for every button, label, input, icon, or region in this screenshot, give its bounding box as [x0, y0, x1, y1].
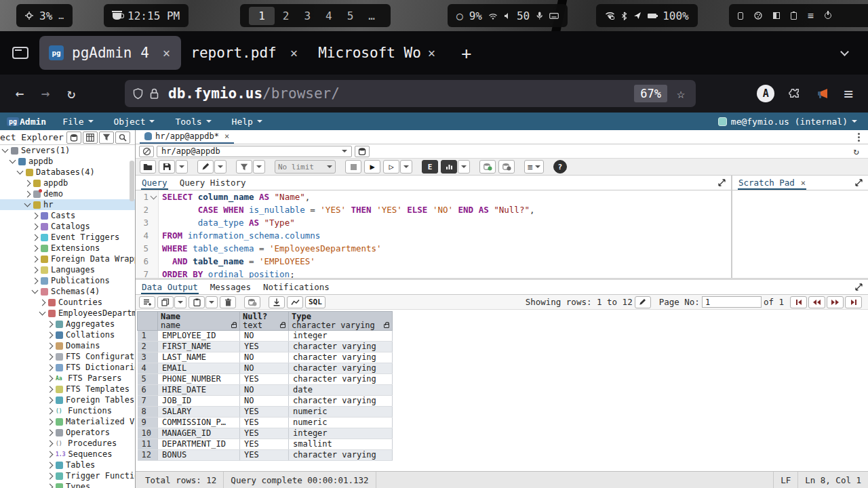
more-options-icon[interactable] [858, 136, 860, 138]
chevron-right-icon[interactable] [32, 212, 39, 219]
chevron-right-icon[interactable] [32, 266, 39, 273]
save-file-button[interactable] [159, 160, 175, 174]
tab-messages[interactable]: Messages [210, 280, 252, 294]
previous-page-button[interactable] [808, 296, 825, 308]
column-header-null[interactable]: Null?text [240, 312, 289, 331]
shield-icon[interactable] [133, 88, 143, 100]
tree-item-schemas-4-[interactable]: Schemas(4) [0, 286, 135, 297]
chevron-right-icon[interactable] [32, 256, 39, 262]
cell[interactable]: integer [289, 331, 393, 342]
tree-item-hr[interactable]: hr [0, 199, 135, 210]
tree-item-sequences[interactable]: 1.3Sequences [0, 449, 135, 460]
copy-options-caret[interactable] [174, 296, 186, 308]
eol-indicator[interactable]: LF [773, 472, 797, 488]
tree-item-aggregates[interactable]: Aggregates [0, 319, 135, 329]
list-tabs-chevron-icon[interactable] [840, 47, 849, 56]
workspace-button[interactable]: 4 [319, 8, 339, 24]
tab-data-output[interactable]: Data Output [141, 280, 199, 294]
tab-query[interactable]: Query [141, 176, 168, 190]
cell[interactable]: NO [240, 352, 289, 363]
cell[interactable]: integer [289, 428, 393, 439]
tab-notifications[interactable]: Notifications [262, 280, 330, 294]
chevron-right-icon[interactable] [47, 342, 54, 349]
execute-options-caret[interactable] [400, 160, 412, 174]
chevron-right-icon[interactable] [47, 386, 54, 392]
chevron-right-icon[interactable] [47, 462, 54, 468]
tree-item-trigger-functions[interactable]: Trigger Functions [0, 470, 135, 481]
cell[interactable]: NO [240, 396, 289, 407]
connection-select[interactable]: hr/app@appdb [157, 146, 352, 157]
filter-button[interactable] [236, 160, 252, 174]
menu-object[interactable]: Object [114, 117, 155, 127]
account-menu[interactable]: me@fymio.us (internal) [718, 117, 857, 127]
tree-item-catalogs[interactable]: Catalogs [0, 221, 135, 232]
chevron-right-icon[interactable] [47, 375, 54, 382]
screenshot-icon[interactable] [773, 12, 780, 19]
limit-select[interactable]: No limit [275, 160, 336, 174]
cell[interactable]: YES [240, 450, 289, 461]
chevron-right-icon[interactable] [32, 277, 39, 284]
menu-help[interactable]: Help [232, 117, 262, 127]
reload-button[interactable]: ↻ [58, 85, 84, 102]
column-header-type[interactable]: Typecharacter varying [289, 312, 393, 331]
row-number[interactable]: 12 [138, 450, 158, 461]
cell[interactable]: FIRST_NAME [158, 342, 240, 352]
back-button[interactable]: ← [7, 85, 33, 102]
page-number-input[interactable] [702, 296, 762, 308]
chevron-right-icon[interactable] [47, 321, 54, 327]
tree-item-foreign-tables[interactable]: Foreign Tables [0, 394, 135, 405]
row-number[interactable]: 8 [138, 407, 158, 418]
menu-tools[interactable]: Tools [175, 117, 211, 127]
cell[interactable]: LAST_NAME [158, 352, 240, 363]
explain-options-caret[interactable] [458, 160, 470, 174]
chevron-right-icon[interactable] [47, 364, 54, 371]
cell[interactable]: NO [240, 385, 289, 396]
query-tool-button[interactable] [66, 131, 81, 144]
execute-button[interactable]: ▶ [364, 160, 380, 174]
filter-button[interactable] [99, 131, 114, 144]
tree-item-tables[interactable]: Tables [0, 460, 135, 470]
row-number[interactable]: 2 [138, 342, 158, 352]
row-number[interactable]: 5 [138, 374, 158, 385]
cell[interactable]: NO [240, 363, 289, 374]
tree-item-fts-dictionaries[interactable]: FTS Dictionaries [0, 362, 135, 373]
scratch-pad-body[interactable] [732, 190, 868, 278]
megaphone-extension-icon[interactable] [815, 87, 830, 100]
copy-button[interactable] [157, 296, 174, 308]
tree-item-demo[interactable]: demo [0, 188, 135, 199]
cell[interactable]: YES [240, 407, 289, 418]
tree-item-event-triggers[interactable]: Event Triggers [0, 232, 135, 243]
new-tab-button[interactable]: + [456, 43, 477, 63]
tree-item-collations[interactable]: Collations [0, 329, 135, 340]
chevron-right-icon[interactable] [47, 331, 54, 338]
tree-item-servers-1-[interactable]: Servers(1) [0, 145, 135, 156]
tree-item-publications[interactable]: Publications [0, 275, 135, 286]
save-data-changes-button[interactable] [244, 296, 260, 308]
tab-scratch-pad[interactable]: Scratch Pad × [738, 176, 806, 190]
cell[interactable]: YES [240, 418, 289, 428]
firefox-view-icon[interactable] [12, 47, 28, 59]
edit-options-caret[interactable] [214, 160, 226, 174]
chevron-right-icon[interactable] [47, 440, 54, 447]
palette-icon[interactable] [754, 12, 762, 20]
cell[interactable]: numeric [289, 418, 393, 428]
chevron-right-icon[interactable] [24, 190, 31, 197]
tree-item-countries[interactable]: Countries [0, 297, 135, 308]
row-number[interactable]: 10 [138, 428, 158, 439]
chevron-right-icon[interactable] [47, 483, 54, 488]
chevron-down-icon[interactable] [9, 157, 16, 164]
workspace-button[interactable]: 5 [340, 8, 361, 24]
chevron-right-icon[interactable] [47, 407, 54, 414]
cell[interactable]: YES [240, 342, 289, 352]
row-number[interactable]: 4 [138, 363, 158, 374]
close-tab-icon[interactable]: × [289, 45, 299, 60]
next-page-button[interactable] [827, 296, 844, 308]
cell[interactable]: PHONE_NUMBER [158, 374, 240, 385]
forward-button[interactable]: → [33, 85, 58, 102]
refresh-icon[interactable]: ↻ [854, 146, 859, 157]
cell[interactable]: BONUS [158, 450, 240, 461]
edit-range-button[interactable] [635, 296, 651, 308]
macros-button[interactable]: ≡ [524, 160, 544, 174]
tree-item-fts-templates[interactable]: FTS Templates [0, 384, 135, 394]
connection-status-button[interactable] [139, 146, 154, 157]
